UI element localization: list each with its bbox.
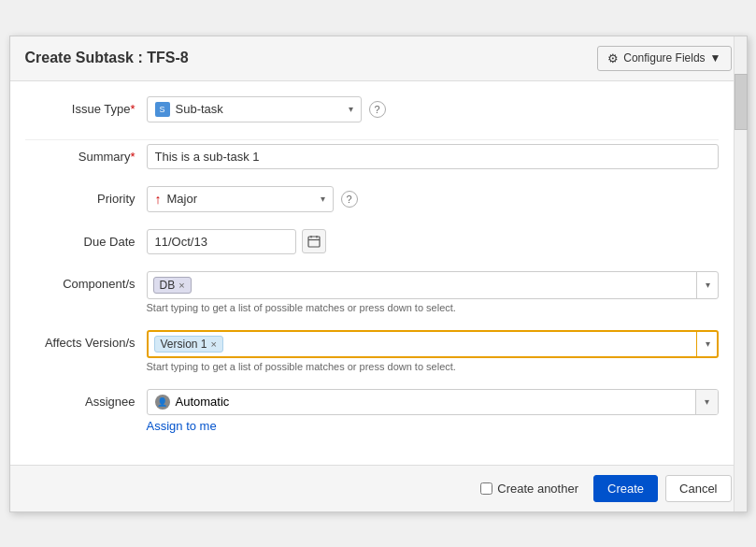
assignee-control: 👤 Automatic ▾ Assign to me [147,389,719,433]
due-date-input[interactable] [147,229,296,254]
due-date-control [147,229,719,254]
assignee-value: Automatic [176,395,230,409]
assignee-wrapper[interactable]: 👤 Automatic ▾ [147,389,719,415]
priority-select-content: ↑ Major [155,192,198,207]
summary-control [147,144,719,169]
summary-row: Summary* [25,144,719,169]
affects-version-tag-v1: Version 1 × [154,336,223,353]
create-another-wrapper: Create another [480,482,578,496]
priority-control: ↑ Major ▾ ? [147,186,719,212]
dialog-header: Create Subtask : TFS-8 ⚙ Configure Field… [10,36,747,81]
assign-to-me-wrapper: Assign to me [147,415,719,433]
create-button[interactable]: Create [593,475,658,502]
svg-rect-0 [308,237,320,247]
calendar-icon[interactable] [302,229,326,253]
assign-to-me-link[interactable]: Assign to me [147,419,217,433]
summary-required-star: * [130,150,135,164]
components-control: DB × ▾ Start typing to get a list of pos… [147,271,719,313]
assignee-row: Assignee 👤 Automatic ▾ Assign to me [25,389,719,433]
assignee-user-icon: 👤 [155,395,170,410]
issue-type-select-content: S Sub-task [155,102,223,117]
gear-icon: ⚙ [607,51,619,65]
components-row: Component/s DB × ▾ Start typing to get a… [25,271,719,313]
affects-version-multiselect-wrapper: Version 1 × ▾ [147,330,719,358]
assignee-inner: 👤 Automatic [148,390,695,414]
components-dropdown-btn[interactable]: ▾ [696,271,719,299]
components-label: Component/s [25,271,147,291]
configure-dropdown-arrow: ▼ [710,51,721,65]
summary-input[interactable] [147,144,719,169]
priority-select-wrapper: ↑ Major ▾ ? [147,186,719,212]
components-multiselect[interactable]: DB × [147,271,719,299]
issue-type-dropdown-arrow: ▾ [349,104,353,114]
dialog-body: Issue Type* S Sub-task ▾ ? [10,81,747,465]
priority-value: Major [167,192,198,206]
issue-type-value: Sub-task [176,102,223,116]
priority-label: Priority [25,186,147,206]
priority-dropdown-arrow: ▾ [321,194,325,204]
affects-version-dropdown-btn[interactable]: ▾ [696,330,719,358]
dialog-title: Create Subtask : TFS-8 [25,50,189,66]
affects-version-tag-v1-remove[interactable]: × [211,338,217,350]
priority-select[interactable]: ↑ Major ▾ [147,186,334,212]
configure-fields-label: Configure Fields [623,51,705,65]
issue-type-select[interactable]: S Sub-task ▾ [147,96,362,122]
assignee-dropdown-btn[interactable]: ▾ [695,390,718,414]
affects-version-label: Affects Version/s [25,330,147,350]
component-tag-db-remove[interactable]: × [178,280,184,291]
component-tag-db: DB × [153,277,192,294]
issue-type-select-wrapper: S Sub-task ▾ ? [147,96,719,122]
affects-version-row: Affects Version/s Version 1 × ▾ Start ty… [25,330,719,372]
issue-type-help-icon[interactable]: ? [369,101,386,118]
affects-version-multiselect[interactable]: Version 1 × [147,330,719,358]
affects-version-hint: Start typing to get a list of possible m… [147,361,719,372]
components-hint: Start typing to get a list of possible m… [147,302,719,313]
assignee-label: Assignee [25,389,147,409]
subtask-icon: S [155,102,170,117]
scrollbar-track [734,36,747,511]
due-date-label: Due Date [25,229,147,249]
dialog-footer: Create another Create Cancel [10,465,747,511]
due-date-row: Due Date [25,229,719,254]
required-star: * [130,102,135,116]
components-multiselect-wrapper: DB × ▾ [147,271,719,299]
create-another-checkbox[interactable] [480,482,492,495]
component-tag-db-label: DB [160,279,176,292]
priority-row: Priority ↑ Major ▾ ? [25,186,719,212]
issue-type-control: S Sub-task ▾ ? [147,96,719,122]
summary-label: Summary* [25,144,147,164]
affects-version-tag-v1-label: Version 1 [161,338,207,351]
issue-type-label: Issue Type* [25,96,147,116]
configure-fields-button[interactable]: ⚙ Configure Fields ▼ [597,46,731,71]
create-subtask-dialog: Create Subtask : TFS-8 ⚙ Configure Field… [9,36,748,512]
divider-1 [25,139,719,140]
scrollbar-thumb[interactable] [735,74,748,130]
issue-type-row: Issue Type* S Sub-task ▾ ? [25,96,719,122]
priority-help-icon[interactable]: ? [341,191,358,208]
date-wrapper [147,229,719,254]
affects-version-control: Version 1 × ▾ Start typing to get a list… [147,330,719,372]
cancel-button[interactable]: Cancel [665,475,731,502]
create-another-label[interactable]: Create another [497,482,578,496]
priority-arrow-icon: ↑ [155,192,162,207]
